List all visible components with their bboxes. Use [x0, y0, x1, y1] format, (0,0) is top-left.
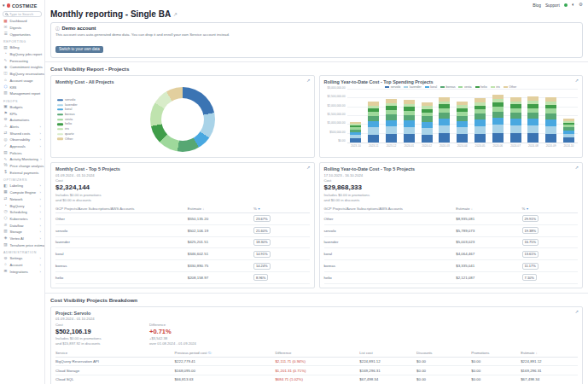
table-row[interactable]: helio$2,121,0877.10% [324, 271, 579, 283]
sidebar-item-k8s[interactable]: ⬡K8S [0, 84, 44, 90]
search-input[interactable] [9, 12, 39, 16]
sidebar-item-account-usage[interactable]: ⌂Account usage [0, 78, 44, 84]
support-link[interactable]: Support [545, 3, 560, 8]
table-row[interactable]: Cloud SQL$66,813.63$684.71 (1.02%)$67,49… [55, 375, 578, 384]
table-row[interactable]: helio$208,158.978.96% [55, 271, 310, 283]
legend-item-iris[interactable]: iris [57, 127, 78, 131]
bar-2024-02[interactable] [422, 102, 433, 143]
sidebar-item-policies[interactable]: ▤Policies [0, 149, 44, 156]
column-header-service[interactable]: Service [55, 349, 175, 358]
table-row[interactable]: lavender$425,201.5118.30% [55, 236, 310, 248]
bar-2024-06[interactable] [492, 95, 504, 143]
bar-2024-04[interactable] [457, 102, 468, 143]
legend-item-vesta[interactable]: vesta [57, 118, 78, 121]
blog-link[interactable]: Blog [533, 3, 541, 8]
sidebar-item-dataflow[interactable]: ≋Dataflow› [0, 222, 44, 229]
table-row[interactable]: lavender$5,003,02316.75% [324, 236, 579, 248]
sidebar-item-opportunities[interactable]: ☰Opportunities [0, 31, 44, 38]
sidebar-search[interactable] [3, 11, 42, 17]
sidebar-item-scheduling[interactable]: ◷Scheduling› [0, 209, 44, 216]
expand-icon[interactable]: ↗ [306, 166, 310, 170]
table-row[interactable]: servolo$502,106.1921.60% [55, 224, 310, 236]
legend-item-lavender[interactable]: lavender [57, 103, 78, 107]
bar-2024-03[interactable] [439, 97, 450, 143]
sidebar-item-bigquery[interactable]: ◔BigQuery› [0, 202, 44, 209]
sidebar-item-labeling[interactable]: ◧Labeling› [0, 183, 44, 189]
expand-icon[interactable]: ↗ [575, 310, 579, 314]
sidebar-item-bigquery-jobs-report[interactable]: ◔BigQuery jobs report [0, 51, 44, 58]
legend-item-other[interactable]: Other [57, 137, 78, 141]
filter-icon[interactable]: ▼ [525, 207, 528, 211]
donut-ring[interactable] [150, 87, 215, 152]
sidebar-item-compute-engine[interactable]: ▦Compute Engine› [0, 189, 44, 196]
table-row[interactable]: koral$346,602.5114.91% [55, 248, 310, 260]
table-row[interactable]: Cloud Storage$168,095.00$1,201.31 (0.71%… [55, 366, 578, 375]
column-header-estimate[interactable]: Estimate ↓ [521, 349, 578, 358]
column-header-previous-period-cost[interactable]: Previous period cost ⓘ [175, 349, 276, 358]
sidebar-item-approvals[interactable]: ✓Approvals› [0, 143, 44, 150]
sidebar-item-billing[interactable]: ▤Billing [0, 44, 44, 51]
bar-2024-10[interactable] [563, 119, 574, 143]
filter-icon[interactable]: ▼ [257, 207, 260, 211]
sidebar-item-commitment-insights[interactable]: ◈Commitment insights [0, 64, 44, 71]
bar-2024-09[interactable] [545, 97, 556, 143]
bar-2024-08[interactable] [527, 96, 539, 143]
sidebar-item-account[interactable]: ○Account› [0, 262, 44, 269]
expand-icon[interactable]: ↗ [575, 79, 579, 83]
column-header-promotions[interactable]: Promotions [471, 349, 521, 358]
sidebar-item-alerts[interactable]: ⚠Alerts› [0, 124, 44, 131]
bar-2024-05[interactable] [474, 98, 486, 143]
legend-item-servolo[interactable]: servolo [57, 98, 78, 102]
sidebar-item-activity-monitoring[interactable]: ∿Activity Monitoring› [0, 156, 44, 163]
legend-item-koral[interactable]: koral [57, 108, 78, 112]
sidebar-item-vertex-ai[interactable]: ◈Vertex AI› [0, 236, 44, 242]
legend-item-quartz[interactable]: quartz [57, 132, 78, 136]
sidebar-item-settings[interactable]: ⚙Settings› [0, 255, 44, 262]
sidebar-item-budgets[interactable]: ▣Budgets [0, 104, 44, 111]
sidebar-item-automations[interactable]: ⚙Automations [0, 117, 44, 124]
column-header-percent[interactable]: % ▼ [253, 205, 309, 213]
sidebar-item-bigquery-reservations[interactable]: ◫BigQuery reservations [0, 71, 44, 78]
column-header-projects[interactable]: GCP Projects/Azure Subscriptions/AWS Acc… [55, 205, 188, 213]
present-report-icon[interactable]: ↗ [173, 11, 178, 17]
sidebar-item-dashboard[interactable]: ▦Dashboard [0, 18, 44, 25]
column-header-difference[interactable]: Difference [275, 349, 359, 358]
sidebar-item-kubernetes[interactable]: ⬡Kubernetes› [0, 216, 44, 223]
column-header-estimate[interactable]: Estimate ↓ [188, 205, 253, 213]
status-dot-icon[interactable] [564, 3, 568, 7]
settings-gear-icon[interactable]: ⚙ [579, 3, 583, 8]
bar-2023-10[interactable] [350, 122, 361, 143]
theme-toggle-icon[interactable]: ◐ [572, 3, 574, 8]
table-row[interactable]: servolo$5,789,07319.38% [324, 224, 579, 236]
sidebar-item-digests[interactable]: ✉Digests [0, 25, 44, 32]
column-header-percent[interactable]: % ▼ [522, 205, 578, 213]
sidebar-item-network[interactable]: ⇄Network› [0, 196, 44, 203]
bar-2024-01[interactable] [404, 100, 415, 143]
table-row[interactable]: boreas$3,335,04111.17% [324, 260, 579, 272]
sidebar-item-terraform-price-estimator[interactable]: ▨Terraform price estimator [0, 241, 44, 248]
column-header-estimate[interactable]: Estimate ↓ [456, 205, 521, 213]
table-row[interactable]: BigQuery Reservation API$222,779.41$2,11… [55, 357, 578, 366]
column-header-list-cost[interactable]: List cost [359, 349, 416, 358]
bar-2024-07[interactable] [510, 97, 521, 143]
switch-data-button[interactable]: Switch to your own data [55, 46, 103, 53]
table-row[interactable]: Other$550,135.2023.67% [55, 213, 310, 225]
bar-2023-12[interactable] [386, 99, 397, 143]
sidebar-item-external-payments[interactable]: $External payments [0, 169, 44, 176]
sidebar-item-storage[interactable]: ▥Storage› [0, 229, 44, 236]
sidebar-item-forecasting[interactable]: ∿Forecasting [0, 57, 44, 64]
column-header-discounts[interactable]: Discounts [416, 349, 471, 358]
sidebar-item-observability[interactable]: ◎Observability› [0, 137, 44, 143]
expand-icon[interactable]: ↗ [575, 166, 579, 170]
sidebar-item-price-change-analysis[interactable]: %Price change analysis [0, 163, 44, 170]
column-header-projects[interactable]: GCP Projects/Azure Subscriptions/AWS Acc… [324, 205, 457, 213]
bar-2023-11[interactable] [368, 102, 379, 143]
sidebar-item-integrations[interactable]: ⊞Integrations› [0, 268, 44, 275]
legend-item-helio[interactable]: helio [57, 123, 78, 126]
sidebar-item-shared-costs[interactable]: ⇄Shared costs› [0, 130, 44, 137]
legend-item-boreas[interactable]: boreas [57, 113, 78, 116]
sidebar-item-management-report[interactable]: ▥Management report [0, 90, 44, 97]
sidebar-item-kpis[interactable]: ⚑KPIs [0, 110, 44, 117]
table-row[interactable]: koral$4,064,46713.61% [324, 248, 579, 260]
expand-icon[interactable]: ↗ [306, 79, 310, 83]
